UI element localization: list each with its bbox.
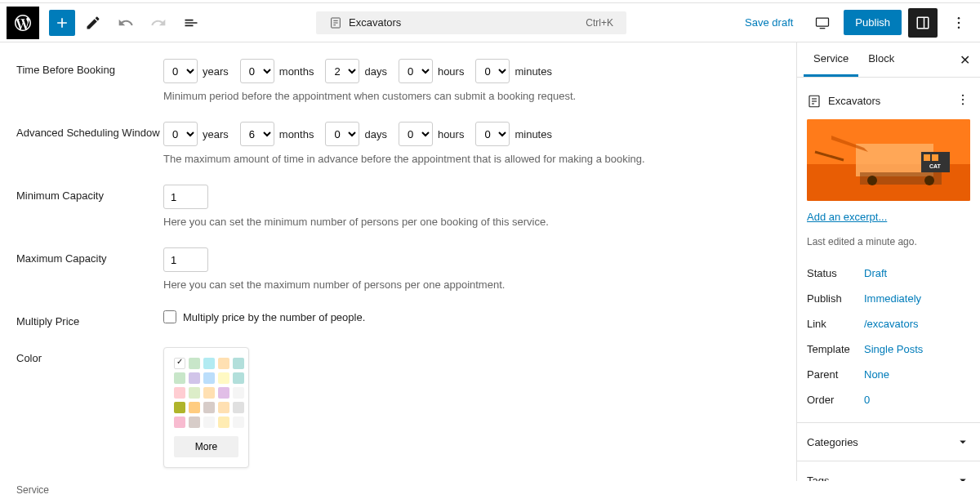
time-before-years[interactable]: 0 [163, 59, 198, 83]
color-swatch[interactable] [203, 372, 215, 384]
save-draft-button[interactable]: Save draft [737, 11, 801, 33]
document-title-text: Excavators [349, 16, 401, 29]
color-swatch[interactable] [189, 417, 200, 428]
undo-button[interactable] [111, 8, 140, 38]
categories-panel[interactable]: Categories [797, 422, 980, 461]
color-swatch[interactable] [233, 372, 244, 384]
redo-button[interactable] [144, 8, 173, 38]
multiply-price-label: Multiply Price [16, 310, 163, 327]
order-value[interactable]: 0 [864, 394, 870, 406]
order-label: Order [807, 394, 864, 406]
min-capacity-label: Minimum Capacity [16, 185, 163, 228]
parent-label: Parent [807, 368, 864, 381]
sidebar-options-icon[interactable] [956, 92, 970, 109]
color-more-button[interactable]: More [174, 436, 238, 457]
min-capacity-help: Here you can set the minimum number of p… [163, 216, 780, 228]
document-overview-button[interactable] [176, 8, 206, 38]
settings-sidebar: Service Block ✕ Excavators [796, 42, 980, 481]
color-swatch[interactable] [218, 387, 229, 399]
svg-point-17 [962, 103, 964, 105]
tab-block[interactable]: Block [858, 42, 904, 77]
color-swatch[interactable] [174, 402, 185, 413]
color-label: Color [16, 347, 163, 468]
status-label: Status [807, 267, 864, 279]
color-swatch[interactable] [203, 417, 215, 428]
color-swatch[interactable] [174, 358, 185, 369]
svg-point-10 [958, 26, 960, 29]
adv-window-hours[interactable]: 0 [399, 122, 433, 146]
color-swatch[interactable] [233, 358, 244, 369]
time-before-months[interactable]: 0 [240, 59, 274, 83]
tab-service[interactable]: Service [804, 42, 858, 77]
color-swatch[interactable] [233, 402, 244, 413]
svg-rect-4 [817, 18, 829, 26]
parent-value[interactable]: None [864, 368, 889, 381]
svg-point-15 [962, 95, 964, 96]
time-before-label: Time Before Booking [16, 59, 163, 102]
max-capacity-input[interactable] [163, 247, 208, 272]
settings-panel-toggle[interactable] [908, 8, 938, 38]
svg-point-27 [924, 176, 934, 185]
color-swatch[interactable] [174, 387, 185, 399]
color-swatch[interactable] [189, 358, 200, 369]
color-swatch[interactable] [218, 372, 229, 384]
color-picker: More [163, 347, 249, 468]
color-swatch[interactable] [218, 417, 229, 428]
publish-button[interactable]: Publish [844, 10, 902, 35]
adv-window-days[interactable]: 0 [325, 122, 359, 146]
document-icon [807, 94, 822, 109]
adv-window-years[interactable]: 0 [163, 122, 198, 146]
time-before-hours[interactable]: 0 [399, 59, 433, 83]
adv-window-label: Advanced Scheduling Window [16, 122, 163, 165]
template-value[interactable]: Single Posts [864, 343, 923, 355]
link-value[interactable]: /excavators [864, 318, 918, 330]
template-label: Template [807, 343, 864, 355]
color-swatch[interactable] [174, 372, 185, 384]
status-value[interactable]: Draft [864, 267, 887, 279]
svg-point-26 [867, 176, 877, 185]
document-title-bar[interactable]: Excavators Ctrl+K [316, 11, 626, 34]
time-before-help: Minimum period before the appointment wh… [163, 90, 780, 102]
svg-point-8 [958, 16, 960, 19]
color-swatch[interactable] [174, 417, 185, 428]
adv-window-months[interactable]: 6 [240, 122, 274, 146]
svg-point-16 [962, 99, 964, 100]
color-swatch[interactable] [189, 372, 200, 384]
time-before-days[interactable]: 2 [325, 59, 359, 83]
close-sidebar-button[interactable]: ✕ [956, 49, 973, 71]
svg-rect-22 [924, 154, 930, 161]
last-edited-text: Last edited a minute ago. [807, 236, 970, 247]
color-swatch[interactable] [233, 387, 244, 399]
options-menu-button[interactable] [944, 8, 973, 38]
min-capacity-input[interactable] [163, 185, 208, 209]
preview-button[interactable] [808, 8, 837, 38]
wordpress-logo[interactable] [7, 7, 39, 39]
multiply-price-checkbox[interactable] [163, 310, 176, 323]
multiply-price-checkbox-label: Multiply price by the number of people. [183, 311, 365, 323]
color-swatch[interactable] [218, 358, 229, 369]
add-excerpt-link[interactable]: Add an excerpt... [807, 211, 970, 223]
featured-image[interactable]: CAT [807, 119, 970, 201]
edit-mode-button[interactable] [78, 8, 108, 38]
time-before-minutes[interactable]: 0 [475, 59, 510, 83]
publish-value[interactable]: Immediately [864, 292, 921, 305]
adv-window-help: The maximum amount of time in advance be… [163, 153, 780, 165]
color-swatch[interactable] [203, 358, 215, 369]
svg-point-9 [958, 21, 960, 24]
adv-window-minutes[interactable]: 0 [475, 122, 510, 146]
chevron-down-icon [956, 473, 970, 481]
color-swatch[interactable] [203, 387, 215, 399]
svg-rect-6 [917, 17, 929, 29]
max-capacity-help: Here you can set the maximum number of p… [163, 278, 780, 291]
chevron-down-icon [956, 434, 970, 449]
link-label: Link [807, 318, 864, 330]
tags-panel[interactable]: Tags [797, 461, 980, 481]
publish-label: Publish [807, 292, 864, 305]
color-swatch[interactable] [218, 402, 229, 413]
svg-text:CAT: CAT [929, 163, 942, 169]
color-swatch[interactable] [189, 402, 200, 413]
color-swatch[interactable] [189, 387, 200, 399]
color-swatch[interactable] [203, 402, 215, 413]
color-swatch[interactable] [233, 417, 244, 428]
add-block-button[interactable] [49, 10, 75, 36]
